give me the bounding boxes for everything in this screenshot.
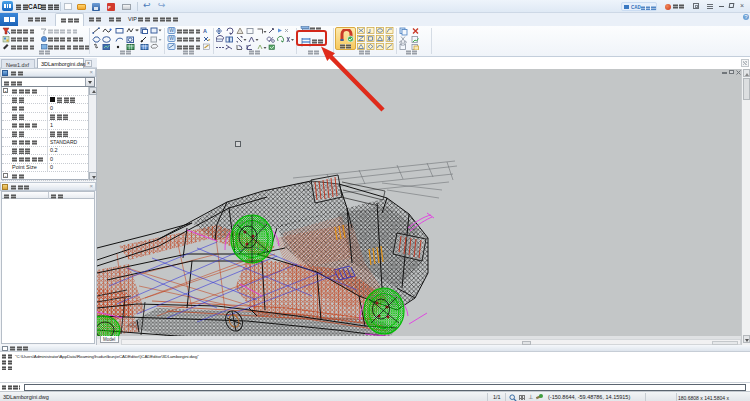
- svg-text:A: A: [203, 28, 207, 34]
- svg-text:W: W: [169, 27, 174, 33]
- svg-text:W: W: [169, 35, 174, 41]
